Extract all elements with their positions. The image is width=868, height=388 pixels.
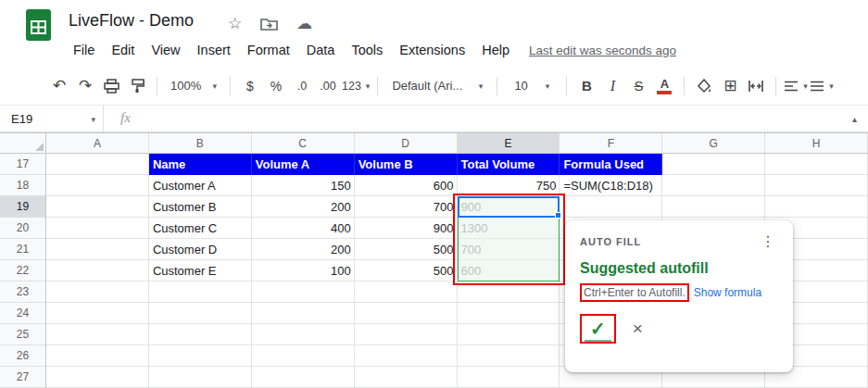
column-header-e[interactable]: E [458,133,560,153]
more-toolbar-button[interactable]: ▾ [810,73,834,99]
cell-C21[interactable]: 200 [252,239,355,260]
row-header-21[interactable]: 21 [0,239,45,260]
cell-F18[interactable]: =SUM(C18:D18) [560,175,662,196]
menu-help[interactable]: Help [473,39,518,61]
borders-button[interactable]: ⊞ [718,73,742,99]
column-header-h[interactable]: H [765,133,868,153]
row-header-27[interactable]: 27 [0,367,45,388]
cell-E21-suggested[interactable]: 700 [458,239,560,260]
column-header-d[interactable]: D [355,133,458,153]
print-button[interactable] [99,73,123,99]
format-currency-button[interactable]: $ [238,73,262,99]
menu-view[interactable]: View [143,39,188,61]
menu-insert[interactable]: Insert [189,39,239,61]
horizontal-align-button[interactable]: ▾ [784,73,808,99]
cell-D19[interactable]: 700 [355,196,458,218]
row-header-26[interactable]: 26 [0,345,45,367]
row-header-22[interactable]: 22 [0,260,45,282]
text-color-button[interactable]: A [652,73,676,99]
cell-C20[interactable]: 400 [252,218,355,239]
cell-C19[interactable]: 200 [252,196,355,218]
menu-file[interactable]: File [65,39,103,61]
zoom-select[interactable]: 100% ▾ [165,73,222,99]
row-header-25[interactable]: 25 [0,324,45,345]
cell-E18[interactable]: 750 [458,175,560,196]
menu-tools[interactable]: Tools [343,39,391,61]
undo-button[interactable]: ↶ [47,73,71,99]
accept-autofill-button[interactable]: ✓ [585,319,611,342]
cell-C17[interactable]: Volume A [252,154,355,175]
cell-C22[interactable]: 100 [252,260,355,282]
cell-B18[interactable]: Customer A [149,175,252,196]
more-formats-button[interactable]: 123 ▾ [342,73,370,99]
cell-D18[interactable]: 600 [355,175,458,196]
increase-decimals-button[interactable]: .00 [316,73,340,99]
formula-input[interactable] [148,106,834,132]
cell-B20[interactable]: Customer C [149,218,252,239]
cell-B19[interactable]: Customer B [149,196,252,218]
sheets-logo-icon[interactable] [26,9,51,41]
collapse-formula-bar-icon[interactable]: ▴ [852,114,857,124]
cell-D17[interactable]: Volume B [355,154,458,175]
toolbar-separator [157,77,157,95]
move-folder-icon[interactable] [260,18,278,31]
formula-bar: E19 ▾ fx ▴ [0,105,868,132]
more-options-icon[interactable]: ⋮ [758,232,778,250]
cell-F17[interactable]: Formula Used [560,154,662,175]
menu-data[interactable]: Data [298,39,344,61]
italic-button[interactable]: I [600,73,624,99]
menu-extensions[interactable]: Extensions [391,39,473,61]
row-header-19[interactable]: 19 [0,196,45,218]
column-header-b[interactable]: B [149,133,252,153]
menu-format[interactable]: Format [239,39,298,61]
font-size-select[interactable]: 10 ▾ [505,73,559,99]
cell-E22-suggested[interactable]: 600 [458,260,560,282]
select-all-corner[interactable] [0,132,46,154]
google-sheets-app: LiveFlow - Demo ☆ ☁ File Edit View Inser… [0,0,868,388]
star-icon[interactable]: ☆ [228,14,242,33]
format-percent-button[interactable]: % [264,73,288,99]
row-header-20[interactable]: 20 [0,218,45,239]
table-row: Customer D 200 500 700 [149,239,560,260]
cell-E20-suggested[interactable]: 1300 [458,218,560,239]
toolbar-separator [497,77,497,95]
column-header-a[interactable]: A [46,133,149,153]
last-edit-link[interactable]: Last edit was seconds ago [529,44,676,57]
font-select[interactable]: Default (Ari... ▾ [385,73,489,99]
name-box[interactable]: E19 ▾ [0,106,104,132]
cell-D21[interactable]: 500 [355,239,458,260]
fill-color-button[interactable] [692,73,716,99]
table-row: Customer B 200 700 900 [149,196,560,218]
menu-edit[interactable]: Edit [103,39,143,61]
column-header-c[interactable]: C [252,133,355,153]
menu-bar: File Edit View Insert Format Data Tools … [65,39,676,61]
cell-E17[interactable]: Total Volume [458,154,560,175]
row-header-17[interactable]: 17 [0,154,45,175]
cell-C18[interactable]: 150 [252,175,355,196]
decrease-decimals-button[interactable]: .0 [290,73,314,99]
dismiss-autofill-button[interactable]: × [633,319,643,339]
paint-format-button[interactable] [125,73,149,99]
bold-button[interactable]: B [574,73,598,99]
column-header-f[interactable]: F [560,133,662,153]
cell-E19-suggested[interactable]: 900 [458,196,560,218]
cell-D20[interactable]: 900 [355,218,458,239]
column-headers: A B C D E F G H [46,132,868,154]
text-color-swatch [657,91,672,94]
autofill-popup-title: AUTO FILL [580,236,641,247]
row-header-24[interactable]: 24 [0,303,45,324]
suggested-autofill-heading: Suggested autofill [580,260,778,277]
fill-handle[interactable] [555,212,561,219]
cell-B22[interactable]: Customer E [149,260,252,282]
document-title[interactable]: LiveFlow - Demo [69,11,194,31]
cell-B21[interactable]: Customer D [149,239,252,260]
redo-button[interactable]: ↷ [73,73,97,99]
strikethrough-button[interactable]: S [626,73,650,99]
merge-cells-button[interactable] [744,73,768,99]
column-header-g[interactable]: G [662,133,765,153]
cell-D22[interactable]: 500 [355,260,458,282]
cell-B17[interactable]: Name [149,154,252,175]
row-header-18[interactable]: 18 [0,175,45,196]
row-header-23[interactable]: 23 [0,282,45,303]
show-formula-link[interactable]: Show formula [694,286,761,299]
